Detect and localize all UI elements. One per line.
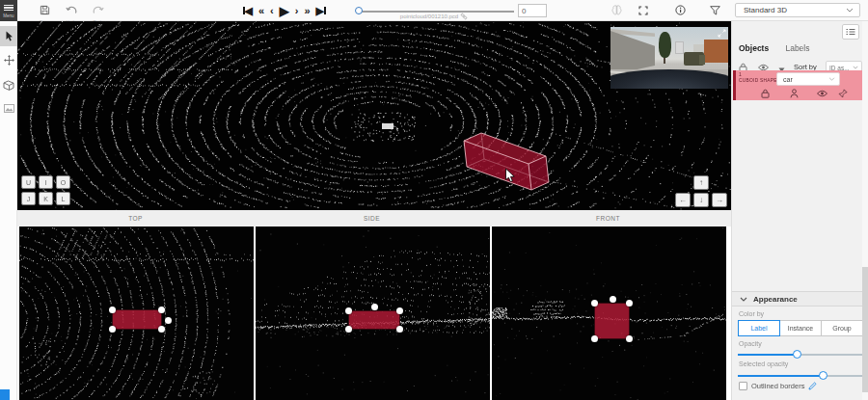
top-ortho-view[interactable] xyxy=(19,227,254,400)
resize-handle[interactable] xyxy=(396,326,403,333)
panel-options-button[interactable] xyxy=(842,24,859,40)
chevron-down-icon xyxy=(740,297,747,302)
object-list-item-cuboid[interactable]: 1 CUBOID SHAPE car xyxy=(733,70,868,100)
chevron-down-icon xyxy=(846,8,854,13)
key-o[interactable]: O xyxy=(56,175,70,189)
menu-label: Menu xyxy=(3,13,14,18)
pan-arrow-keys: ↑ ← ↓ → xyxy=(675,175,727,207)
opacity-label: Opacity xyxy=(739,340,762,347)
selected-opacity-slider[interactable] xyxy=(738,371,863,381)
outlined-borders-checkbox[interactable] xyxy=(739,382,747,390)
fast-backward-button[interactable]: « xyxy=(258,6,264,16)
resize-handle[interactable] xyxy=(109,326,116,333)
camera-preview[interactable] xyxy=(610,27,728,89)
image-tool-button[interactable] xyxy=(0,98,17,119)
eye-icon xyxy=(817,90,827,97)
filter-funnel-icon xyxy=(710,6,720,15)
redo-icon xyxy=(93,5,104,15)
selected-opacity-slider-fill xyxy=(738,375,823,377)
left-tool-rail xyxy=(0,21,17,400)
rotate-handle[interactable] xyxy=(165,317,172,324)
resize-handle[interactable] xyxy=(109,307,116,313)
edit-pencil-icon[interactable] xyxy=(808,382,817,390)
appearance-section-header[interactable]: Appearance xyxy=(732,291,868,307)
cuboid-tool-button[interactable] xyxy=(0,74,17,94)
selected-opacity-slider-thumb[interactable] xyxy=(819,371,827,380)
resize-handle[interactable] xyxy=(591,335,598,342)
annotation-rect-side[interactable] xyxy=(348,310,400,330)
side-ortho-view[interactable] xyxy=(256,227,490,400)
skip-end-button[interactable]: ▶ xyxy=(316,6,326,16)
appearance-title: Appearance xyxy=(753,295,798,304)
opacity-slider-thumb[interactable] xyxy=(793,350,801,359)
resize-handle[interactable] xyxy=(610,296,616,303)
arrow-down-key[interactable]: ↓ xyxy=(693,193,709,207)
main-3d-viewport[interactable]: U I O J K L ↑ ← ↓ → xyxy=(17,21,731,210)
front-view-label: FRONT xyxy=(490,215,726,222)
resize-handle[interactable] xyxy=(626,300,633,307)
lock-icon xyxy=(761,89,770,98)
key-u[interactable]: U xyxy=(21,175,36,189)
resize-handle[interactable] xyxy=(345,326,352,333)
image-icon xyxy=(4,104,14,113)
mouse-cursor xyxy=(504,168,516,184)
annotation-rect-top[interactable] xyxy=(112,309,162,330)
fast-forward-button[interactable]: » xyxy=(304,6,310,16)
select-tool-button[interactable] xyxy=(0,26,17,46)
key-k[interactable]: K xyxy=(39,192,53,205)
color-by-segmented-control: Label Instance Group xyxy=(738,320,863,336)
skip-start-button[interactable]: ◀ xyxy=(243,6,253,16)
frame-number-input[interactable] xyxy=(518,4,547,17)
view-mode-select[interactable]: Standard 3D xyxy=(735,3,860,17)
object-assignee-button[interactable] xyxy=(790,89,799,100)
arrow-up-key[interactable]: ↑ xyxy=(693,175,709,190)
top-view-label: TOP xyxy=(17,215,254,222)
resize-handle[interactable] xyxy=(158,307,165,313)
object-class-value: car xyxy=(783,76,828,83)
resize-handle[interactable] xyxy=(345,307,352,314)
resize-handle[interactable] xyxy=(396,307,403,314)
menu-button[interactable]: Menu xyxy=(0,0,17,21)
bottom-left-blue-badge xyxy=(0,389,10,400)
tab-labels[interactable]: Labels xyxy=(785,43,809,53)
key-j[interactable]: J xyxy=(21,192,36,205)
object-visibility-button[interactable] xyxy=(817,90,827,99)
color-by-group-button[interactable]: Group xyxy=(821,320,863,336)
resize-handle[interactable] xyxy=(371,304,378,310)
scrollbar-thumb[interactable] xyxy=(862,267,868,392)
arrow-right-key[interactable]: → xyxy=(712,193,727,207)
step-forward-button[interactable]: › xyxy=(295,6,299,16)
key-i[interactable]: I xyxy=(39,175,53,189)
object-lock-button[interactable] xyxy=(761,89,770,100)
preview-tree xyxy=(659,32,671,58)
pan-tool-button[interactable] xyxy=(0,50,17,70)
tab-objects[interactable]: Objects xyxy=(739,43,769,53)
preview-ego-hood xyxy=(610,69,728,89)
opacity-slider[interactable] xyxy=(738,350,863,360)
color-by-label-button[interactable]: Label xyxy=(738,320,780,336)
link-icon[interactable] xyxy=(460,13,468,20)
playback-controls: ◀ « ‹ ▶ › » ▶ xyxy=(243,0,326,21)
object-class-select[interactable]: car xyxy=(776,72,840,86)
step-backward-button[interactable]: ‹ xyxy=(270,6,274,16)
filename: pointcloud/001210.pcd xyxy=(347,13,521,20)
object-pin-button[interactable] xyxy=(838,89,848,100)
key-l[interactable]: L xyxy=(56,192,70,205)
expand-preview-icon[interactable] xyxy=(718,29,726,38)
move-icon xyxy=(4,55,14,66)
front-ortho-view[interactable] xyxy=(492,227,726,400)
chevron-down-icon xyxy=(853,66,858,69)
arrow-left-key[interactable]: ← xyxy=(675,193,691,207)
undo-icon xyxy=(66,5,77,15)
resize-handle[interactable] xyxy=(626,335,633,342)
fullscreen-icon xyxy=(638,6,648,15)
resize-handle[interactable] xyxy=(158,326,165,333)
annotation-rect-front[interactable] xyxy=(594,303,630,339)
play-button[interactable]: ▶ xyxy=(280,5,289,17)
ortho-views xyxy=(17,227,731,400)
resize-handle[interactable] xyxy=(591,300,598,307)
object-type-label: CUBOID SHAPE xyxy=(739,78,777,83)
top-toolbar: Menu Save Undo Redo ◀ « ‹ ▶ › » ▶ po xyxy=(0,0,868,21)
info-icon xyxy=(675,5,686,15)
color-by-instance-button[interactable]: Instance xyxy=(779,320,822,336)
